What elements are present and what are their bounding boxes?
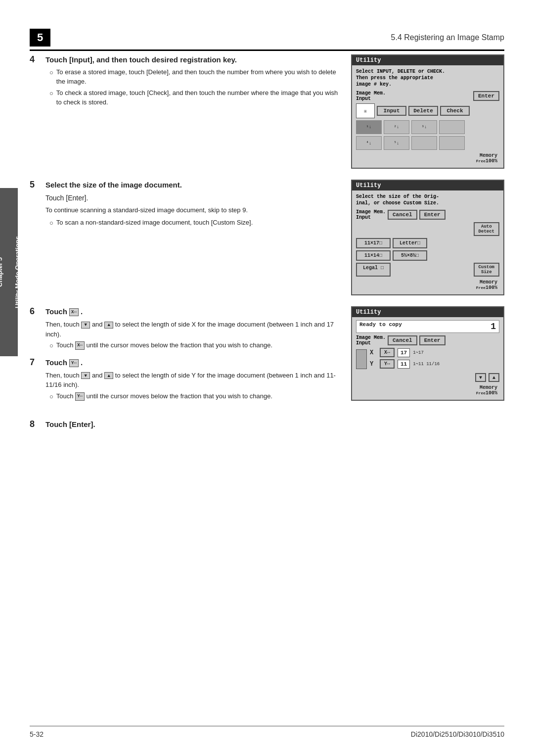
utility-footer-3: MemoryFree100%	[356, 384, 499, 397]
step-7-main: Touch Y↔ .	[45, 357, 342, 368]
size-11x17-btn[interactable]: 11×17□	[356, 238, 391, 248]
utility-label-1: Image Mem.Input	[356, 91, 386, 101]
step-6-main: Touch X↔ .	[45, 306, 342, 317]
y-range: 1~11 11/16	[413, 362, 440, 367]
chapter-tab: Chapter 5Utility Mode Operations	[0, 188, 18, 356]
size-letter-btn[interactable]: Letter□	[393, 238, 427, 248]
enter-button-3[interactable]: Enter	[419, 335, 445, 345]
step-6-content: Touch X↔ . Then, touch ▼ and ▲ to select…	[45, 306, 342, 352]
y-label: Y	[370, 361, 377, 368]
x-label: X	[370, 349, 377, 356]
x-diagram	[356, 349, 367, 369]
down-arrow-btn[interactable]: ▼	[475, 373, 486, 382]
step-7-sub1-text: Touch Y↔ until the cursor moves below th…	[56, 392, 272, 401]
cancel-button-3[interactable]: Cancel	[388, 335, 417, 345]
step-5-touch-enter: Touch [Enter].	[45, 193, 342, 203]
page-header: 5 5.4 Registering an Image Stamp	[30, 29, 504, 51]
thumb-3[interactable]: ³↓	[411, 120, 437, 134]
size-half-btn[interactable]: 5½×8½□	[393, 250, 427, 261]
utility-label-2: Image Mem.Input	[356, 209, 386, 220]
step-5-main-text: Select the size of the image document.	[45, 180, 342, 190]
step-4-main-text: Touch [Input], and then touch desired re…	[45, 54, 342, 65]
enter-button-1[interactable]: Enter	[473, 91, 499, 101]
step-8-content: Touch [Enter].	[45, 419, 504, 432]
up-arrow-6: ▲	[104, 322, 113, 329]
step-7-sub1: ○ Touch Y↔ until the cursor moves below …	[45, 392, 342, 401]
step-4-sub1: ○ To erase a stored image, touch [Delete…	[45, 68, 342, 87]
size-legal-btn[interactable]: Legal □	[356, 263, 391, 277]
step-4-block: 4 Touch [Input], and then touch desired …	[30, 54, 504, 169]
utility-footer-2: MemoryFree100%	[356, 279, 499, 291]
utility-row-buttons-1: ▣ Input Delete Check	[356, 103, 499, 118]
auto-detect-button[interactable]: AutoDetect	[474, 222, 499, 236]
utility-title-3: Utility	[352, 307, 503, 317]
x-icon-6: X↔	[69, 308, 79, 317]
arrow-buttons: ▼ ▲	[356, 373, 499, 382]
step-7-row: 7 Touch Y↔ . Then, touch ▼ and ▲ to sele…	[30, 357, 342, 403]
step-6-7-block: 6 Touch X↔ . Then, touch ▼ and ▲ to sele…	[30, 306, 504, 408]
utility-msg-2: Select the size of the Orig-inal, or cho…	[356, 193, 499, 206]
bullet-icon: ○	[49, 90, 53, 97]
thumb-4	[439, 120, 465, 134]
step-4-sub2-text: To check a stored image, touch [Check], …	[56, 89, 342, 107]
step-7-number: 7	[30, 357, 45, 368]
ready-bar: Ready to copy 1	[356, 320, 499, 333]
y-row: Y Y↔ 11 1~11 11/16	[370, 359, 440, 369]
utility-screen-3: Utility Ready to copy 1 Image Mem.Input …	[351, 306, 504, 401]
thumb-row-1: ¹↓ ²↓ ³↓	[356, 120, 499, 134]
main-content: 4 Touch [Input], and then touch desired …	[30, 54, 504, 716]
step-6-row: 6 Touch X↔ . Then, touch ▼ and ▲ to sele…	[30, 306, 342, 352]
thumb-8	[439, 136, 465, 150]
down-arrow-7: ▼	[81, 372, 90, 379]
utility-screen-2-box: Utility Select the size of the Orig-inal…	[351, 180, 504, 295]
custom-size-button[interactable]: CustomSize	[474, 263, 499, 277]
utility-screen-3-box: Utility Ready to copy 1 Image Mem.Input …	[351, 306, 504, 401]
size-row-1: 11×17□ Letter□	[356, 238, 499, 248]
step-7-content: Touch Y↔ . Then, touch ▼ and ▲ to select…	[45, 357, 342, 403]
step-6-7-left: 6 Touch X↔ . Then, touch ▼ and ▲ to sele…	[30, 306, 342, 408]
step-5-continue: To continue scanning a standard-sized im…	[45, 205, 342, 215]
utility-title-1: Utility	[352, 55, 503, 65]
step-5-content: Select the size of the image document. T…	[45, 180, 342, 229]
step-6-line2: Then, touch ▼ and ▲ to select the length…	[45, 320, 342, 339]
size-11x14-btn[interactable]: 11×14□	[356, 250, 391, 261]
x-icon-btn[interactable]: X↔	[380, 348, 395, 357]
thumb-row-2: ⁴↓ ⁵↓	[356, 136, 499, 150]
step-5-block: 5 Select the size of the image document.…	[30, 180, 504, 295]
bullet-icon: ○	[49, 69, 53, 76]
utility-screen-1: Utility Select INPUT, DELETE or CHECK.Th…	[351, 54, 504, 169]
input-button[interactable]: Input	[377, 106, 406, 116]
utility-row-label-enter: Image Mem.Input Enter	[356, 91, 499, 101]
y-icon-btn[interactable]: Y↔	[380, 359, 395, 369]
step-4-sub2: ○ To check a stored image, touch [Check]…	[45, 89, 342, 107]
cancel-button-2[interactable]: Cancel	[388, 210, 417, 220]
utility-thumbnail-1: ▣	[356, 103, 375, 118]
thumb-5[interactable]: ⁴↓	[356, 136, 382, 150]
delete-button[interactable]: Delete	[408, 106, 438, 116]
utility-msg-1: Select INPUT, DELETE or CHECK.Then press…	[356, 68, 499, 88]
up-arrow-7: ▲	[104, 372, 113, 379]
utility-screen-1-box: Utility Select INPUT, DELETE or CHECK.Th…	[351, 54, 504, 169]
step-5-sub1-text: To scan a non-standard-sized image docum…	[56, 218, 253, 228]
bullet-icon-6: ○	[49, 342, 53, 349]
up-arrow-btn[interactable]: ▲	[489, 373, 499, 382]
thumb-2[interactable]: ²↓	[384, 120, 409, 134]
thumb-6[interactable]: ⁵↓	[384, 136, 409, 150]
ready-num: 1	[490, 322, 496, 331]
x-row: X X↔ 17 1~17	[370, 348, 440, 357]
check-button[interactable]: Check	[440, 106, 470, 116]
step-5-sub1: ○ To scan a non-standard-sized image doc…	[45, 218, 342, 228]
step-6-sub1-text: Touch X↔ until the cursor moves below th…	[56, 341, 272, 350]
step-5-left: 5 Select the size of the image document.…	[30, 180, 342, 238]
chapter-tab-text: Chapter 5Utility Mode Operations	[0, 236, 22, 308]
step-4-sub1-text: To erase a stored image, touch [Delete],…	[56, 68, 342, 87]
thumb-1[interactable]: ¹↓	[356, 120, 382, 134]
utility-screen-2: Utility Select the size of the Orig-inal…	[351, 180, 504, 295]
utility-footer-1: MemoryFree100%	[356, 152, 499, 165]
bullet-icon-7: ○	[49, 393, 53, 400]
utility-row-label-2: Image Mem.Input Cancel Enter	[356, 209, 499, 220]
chapter-number: 5	[37, 31, 43, 44]
enter-button-2[interactable]: Enter	[419, 210, 445, 220]
step-4-number: 4	[30, 54, 45, 65]
utility-label-3: Image Mem.Input	[356, 335, 386, 346]
